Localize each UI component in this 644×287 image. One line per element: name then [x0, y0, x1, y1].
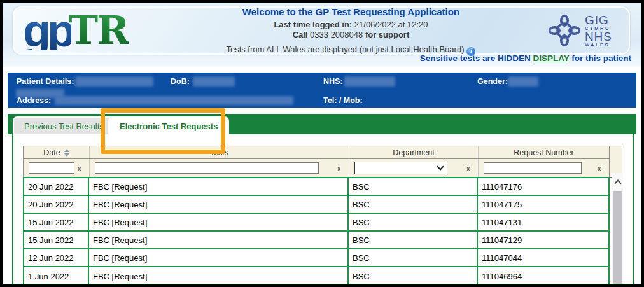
table-cell: BSC: [349, 214, 478, 230]
last-login-value: 21/06/2022 at 12:20: [354, 20, 428, 29]
address-label: Address:: [17, 96, 51, 105]
date-filter-cell: x: [24, 159, 90, 177]
requests-table: Date Tests Department Request Number x: [23, 146, 622, 285]
table-cell: FBC [Request]: [89, 214, 349, 230]
scrollbar-thumb[interactable]: [613, 191, 622, 284]
table-cell: BSC: [349, 267, 478, 285]
department-filter-select[interactable]: [354, 162, 447, 174]
tab-strip: Previous Test Results Electronic Test Re…: [8, 114, 636, 134]
table-cell: FBC [Request]: [89, 178, 349, 195]
nhs-nhs: NHS: [585, 31, 612, 43]
request-number-filter-input[interactable]: [484, 162, 582, 174]
nhs-celtic-knot-icon: [548, 14, 581, 47]
department-filter-cell: x: [349, 159, 479, 177]
patient-details-bar: Patient Details: DoB: NHS: Gender: Addre…: [8, 73, 636, 108]
header-band: gp TR Welcome to the GP Test Requesting …: [3, 3, 641, 67]
chevron-down-icon: [437, 163, 444, 170]
column-header-department[interactable]: Department: [349, 146, 479, 158]
call-number: 0333 2008048: [310, 30, 363, 39]
nhs-wales-logo: GIG CYMRU NHS WALES: [548, 14, 629, 48]
tab-previous-label: Previous Test Results: [24, 122, 104, 131]
table-filter-row: x x x x: [23, 159, 610, 177]
logo-tr-text: TR: [69, 11, 129, 50]
request-number-filter-clear-button[interactable]: x: [598, 164, 602, 173]
gptr-logo: gp TR: [14, 11, 154, 50]
app-window: gp TR Welcome to the GP Test Requesting …: [0, 0, 644, 287]
table-cell: FBC [Request]: [89, 196, 349, 213]
table-cell: BSC: [349, 196, 478, 213]
table-row[interactable]: 1 Jun 2022FBC [Request]BSC111046964: [24, 267, 608, 285]
sort-icon[interactable]: [64, 149, 69, 157]
date-header-label: Date: [43, 148, 60, 157]
column-header-tests[interactable]: Tests: [90, 146, 349, 158]
nhs-gig: GIG: [585, 14, 612, 26]
dob-label: DoB:: [171, 77, 190, 86]
request-number-header-label: Request Number: [514, 148, 574, 157]
column-header-date[interactable]: Date: [24, 146, 90, 158]
table-row[interactable]: 15 Jun 2022FBC [Request]BSC111047131: [24, 214, 608, 232]
call-suffix: for support: [365, 30, 409, 39]
tests-filter-clear-button[interactable]: x: [337, 164, 342, 173]
table-cell: 15 Jun 2022: [24, 232, 89, 248]
tests-filter-cell: x: [90, 159, 349, 177]
header-center: Welcome to the GP Test Requesting Applic…: [154, 5, 548, 56]
table-cell: 111046964: [478, 267, 608, 285]
call-label: Call: [293, 30, 308, 39]
nhs-number-label: NHS:: [323, 77, 343, 86]
table-row[interactable]: 20 Jun 2022FBC [Request]BSC111047176: [24, 178, 608, 196]
chevron-up-icon: [614, 179, 621, 186]
sensitive-tests-line: Sensitive tests are HIDDEN DISPLAY for t…: [420, 53, 631, 63]
tab-electronic-test-requests[interactable]: Electronic Test Requests: [108, 116, 229, 134]
all-wales-note-text: Tests from ALL Wales are displayed (not …: [226, 45, 464, 54]
tests-filter-input[interactable]: [95, 162, 319, 174]
table-cell: 111047129: [478, 232, 608, 248]
welcome-title: Welcome to the GP Test Requesting Applic…: [154, 6, 548, 17]
department-header-label: Department: [393, 148, 434, 157]
header-panel: gp TR Welcome to the GP Test Requesting …: [13, 6, 630, 55]
table-row[interactable]: 15 Jun 2022FBC [Request]BSC111047129: [24, 232, 608, 249]
table-cell: 15 Jun 2022: [24, 214, 89, 230]
last-login-label: Last time logged in:: [274, 20, 352, 29]
table-cell: 111047131: [478, 214, 608, 230]
sensitive-suffix: for this patient: [570, 53, 632, 63]
request-number-filter-cell: x: [479, 159, 609, 177]
tel-mob-label: Tel: / Mob:: [323, 96, 363, 105]
display-link[interactable]: DISPLAY: [533, 53, 569, 63]
tests-header-label: Tests: [210, 148, 228, 157]
table-cell: BSC: [349, 232, 478, 248]
dob-redacted: [193, 76, 235, 87]
date-filter-input[interactable]: [29, 162, 74, 174]
date-filter-clear-button[interactable]: x: [78, 164, 82, 173]
gender-label: Gender:: [477, 77, 508, 86]
table-cell: FBC [Request]: [89, 232, 349, 248]
table-cell: 111047044: [478, 249, 608, 266]
sensitive-prefix: Sensitive tests are HIDDEN: [420, 53, 533, 63]
last-login-line: Last time logged in: 21/06/2022 at 12:20: [154, 20, 548, 30]
table-cell: 20 Jun 2022: [24, 196, 89, 213]
logo-gp-text: gp: [23, 11, 71, 50]
vertical-scrollbar[interactable]: [612, 173, 623, 284]
department-filter-clear-button[interactable]: x: [466, 164, 471, 173]
table-cell: 20 Jun 2022: [24, 178, 89, 195]
gender-redacted: [508, 76, 538, 87]
tab-previous-test-results[interactable]: Previous Test Results: [13, 116, 115, 134]
table-cell: 12 Jun 2022: [24, 249, 89, 266]
table-header-row: Date Tests Department Request Number: [23, 146, 610, 159]
table-cell: FBC [Request]: [89, 267, 349, 285]
nhs-number-redacted: [344, 76, 395, 87]
table-cell: BSC: [349, 249, 478, 266]
table-cell: 1 Jun 2022: [24, 267, 89, 285]
table-cell: 111047176: [478, 178, 608, 195]
tab-electronic-label: Electronic Test Requests: [120, 122, 218, 131]
table-cell: FBC [Request]: [89, 249, 349, 266]
table-cell: 111047175: [478, 196, 608, 213]
table-row[interactable]: 12 Jun 2022FBC [Request]BSC111047044: [24, 249, 608, 267]
tab-content-panel: Date Tests Department Request Number x: [12, 134, 634, 285]
nhs-logo-text: GIG CYMRU NHS WALES: [585, 14, 612, 48]
column-header-request-number[interactable]: Request Number: [479, 146, 609, 158]
scroll-up-button[interactable]: [612, 173, 623, 190]
nhs-wales: WALES: [585, 43, 612, 48]
support-line: Call 0333 2008048 for support: [154, 30, 548, 40]
address-redacted: [55, 96, 293, 105]
table-row[interactable]: 20 Jun 2022FBC [Request]BSC111047175: [24, 196, 608, 214]
